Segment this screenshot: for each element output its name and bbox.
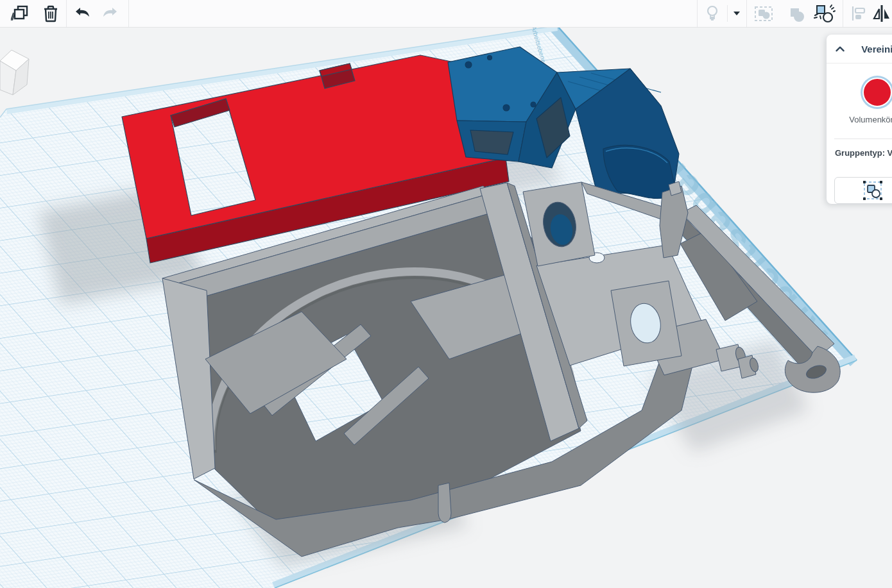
group-selection-button[interactable] — [751, 0, 776, 27]
swatch-label: Volumenkörper — [849, 115, 892, 124]
lightbulb-button[interactable] — [701, 0, 724, 27]
toolbar-separator — [746, 0, 747, 27]
redo-button[interactable] — [99, 0, 122, 27]
panel-divider — [834, 139, 892, 139]
merge-shapes-icon — [787, 4, 807, 22]
undo-button[interactable] — [71, 0, 94, 27]
undo-icon — [73, 6, 91, 21]
viewport-3d[interactable]: Arbeitsebene Arbeitsebene — [0, 0, 892, 588]
toolbar-separator — [843, 0, 843, 27]
ungroup-icon — [812, 3, 836, 24]
align-button[interactable] — [847, 0, 870, 27]
duplicate-icon — [11, 4, 30, 23]
collapse-chevron-icon[interactable] — [836, 45, 845, 53]
group-type-button[interactable] — [834, 177, 892, 204]
trash-icon — [42, 4, 60, 23]
ungroup-button[interactable] — [811, 0, 837, 27]
redo-icon — [101, 6, 119, 21]
group-type-label: Gruppentyp: Vereinigung — [835, 148, 892, 158]
lightbulb-icon — [704, 4, 721, 22]
ghost-shape[interactable] — [0, 50, 29, 95]
inspector-header: Vereinigung — [827, 35, 892, 63]
duplicate-button[interactable] — [8, 0, 33, 27]
toolbar-separator — [128, 0, 129, 27]
merge-shapes-button[interactable] — [784, 0, 810, 27]
group-selection-icon — [753, 4, 774, 22]
inspector-panel: Vereinigung Volumenkörper Gruppentyp: Ve… — [827, 35, 892, 204]
toolbar-separator — [727, 5, 728, 22]
mirror-button[interactable] — [870, 0, 892, 27]
group-type-icon — [862, 180, 884, 201]
toolbar-separator — [66, 0, 67, 27]
color-swatch[interactable] — [862, 78, 892, 107]
lightbulb-dropdown-button[interactable] — [729, 0, 744, 27]
delete-button[interactable] — [39, 0, 63, 27]
mirror-icon — [871, 4, 892, 22]
dropdown-caret-icon — [732, 10, 741, 17]
align-icon — [850, 5, 868, 22]
top-toolbar — [0, 0, 892, 28]
panel-title: Vereinigung — [861, 44, 892, 55]
toolbar-separator — [697, 0, 698, 27]
